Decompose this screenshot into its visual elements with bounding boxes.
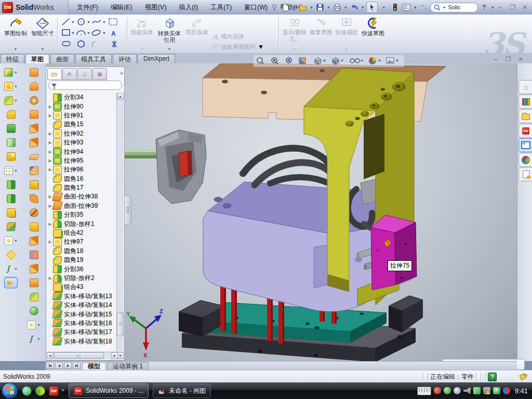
tree-item[interactable]: 实体-移动/复制14 <box>47 301 118 310</box>
linear-pattern-icon[interactable] <box>4 166 13 175</box>
tree-item[interactable]: ▶拉伸93 <box>47 138 118 147</box>
smart-dimension-button[interactable]: 智能尺寸▼ <box>30 16 55 51</box>
extruded-surface-icon[interactable] <box>30 68 38 77</box>
hole-wizard-icon[interactable] <box>7 152 16 161</box>
ribbon-tab-DimXpert[interactable]: DimXpert <box>138 54 175 64</box>
undo-dropdown-icon[interactable]: ▼ <box>361 6 365 9</box>
rapid-sketch-button[interactable]: 快速草图 <box>361 16 385 51</box>
fillet-dropdown-icon[interactable]: ▼ <box>14 99 18 102</box>
tab-featuremanager[interactable]: 🗁 <box>47 68 62 80</box>
pin-icon[interactable] <box>269 2 280 12</box>
replace-face-icon[interactable] <box>30 222 38 231</box>
swept-boss-icon[interactable] <box>7 110 16 119</box>
tray-antivirus-shield-icon[interactable] <box>434 387 441 394</box>
new-document-icon[interactable] <box>281 2 291 12</box>
move-copy-body-icon[interactable] <box>6 222 16 231</box>
dome-icon[interactable] <box>30 307 38 315</box>
open-icon[interactable] <box>298 2 308 12</box>
tree-item[interactable]: ▶切除-放样2 <box>47 274 118 283</box>
tree-item[interactable]: ▶切除-放样1 <box>47 219 118 228</box>
help-dropdown-icon[interactable]: ▼ <box>491 6 495 9</box>
tray-search-status-icon[interactable] <box>454 387 461 394</box>
doc-close-button[interactable]: ✕ <box>516 56 525 63</box>
tree-item[interactable]: 实体-移动/复制15 <box>47 310 118 318</box>
tree-horizontal-scrollbar[interactable]: ◄ ► <box>47 352 118 359</box>
tree-expander-icon[interactable]: ▶ <box>47 222 53 227</box>
boss-extrude-dropdown-icon[interactable]: ▼ <box>14 71 18 74</box>
quick-launch-solidworks-icon[interactable]: SW <box>49 386 59 396</box>
hide-show-items-icon[interactable] <box>350 59 363 63</box>
ribbon-tab-曲面[interactable]: 曲面 <box>50 54 74 64</box>
help-icon[interactable]: ? <box>479 2 489 12</box>
deform-icon[interactable] <box>6 249 16 259</box>
insert-part-dropdown-icon[interactable]: ▼ <box>14 239 18 243</box>
swept-surface-icon[interactable] <box>30 96 38 105</box>
linear-pattern-dropdown-icon[interactable]: ▼ <box>14 169 18 172</box>
tree-expander-icon[interactable]: ▶ <box>47 131 53 136</box>
tree-item[interactable]: ▶拉伸92 <box>47 129 118 138</box>
boss-extrude-icon[interactable] <box>4 68 13 77</box>
tree-item[interactable]: 实体-移动/复制18 <box>47 337 118 346</box>
taskpane-tab-view-palette[interactable] <box>518 138 532 152</box>
shell-icon[interactable] <box>7 124 16 133</box>
ruled-surface-icon[interactable] <box>30 194 38 203</box>
parting-surface-icon[interactable] <box>30 250 38 259</box>
draft-icon[interactable] <box>7 138 16 147</box>
horizontal-scroll-thumb[interactable] <box>54 352 104 359</box>
thicken-icon[interactable] <box>30 180 38 189</box>
tree-item[interactable]: 圆角19 <box>47 256 118 264</box>
tree-filter-box[interactable] <box>48 81 122 90</box>
app-close-button[interactable]: ✕ <box>521 4 529 11</box>
tree-vertical-scrollbar[interactable]: ▲ ▼ <box>116 93 124 359</box>
tree-expander-icon[interactable]: ▶ <box>47 140 53 145</box>
taskpane-tab-file-explorer[interactable] <box>518 109 532 123</box>
tray-security-shield-icon[interactable] <box>444 387 451 394</box>
fillet-icon[interactable] <box>4 96 13 105</box>
menu-item-工具T[interactable]: 工具(T) <box>204 1 238 15</box>
display-delete-relations-button[interactable]: 显示/删除几...▼ <box>282 16 308 51</box>
more-tools-icon[interactable]: ⺍.. <box>419 2 429 12</box>
new-doc-dropdown-icon[interactable]: ▼ <box>292 6 296 9</box>
taskpane-tab-solidworks-resources-home[interactable]: ⌂ <box>518 80 532 94</box>
taskpane-tab-solidworks-forum[interactable]: SW <box>518 124 532 138</box>
doc-restore-button[interactable]: ❐ <box>504 56 512 63</box>
search-input[interactable]: ▼ Solic <box>430 3 478 12</box>
tree-item[interactable]: ▶拉伸90 <box>47 102 118 111</box>
tree-tabs-overflow-icon[interactable]: » <box>120 68 123 79</box>
instant3d-icon[interactable] <box>4 277 18 288</box>
menu-item-编辑E[interactable]: 编辑(E) <box>104 1 139 15</box>
taskpane-tab-design-library[interactable] <box>518 95 532 109</box>
trim-surface-icon[interactable] <box>30 263 38 274</box>
tree-item[interactable]: 分割34 <box>47 93 118 102</box>
tree-item[interactable]: ▶曲面-拉伸39 <box>47 202 118 210</box>
cut-extrude-icon[interactable] <box>4 82 13 91</box>
taskbar-button[interactable]: SWSolidWorks 2009 - ... <box>69 383 149 398</box>
delete-face-icon[interactable] <box>30 208 38 217</box>
menu-item-视图V[interactable]: 视图(V) <box>139 1 173 15</box>
save-dropdown-icon[interactable]: ▼ <box>327 6 330 9</box>
fillet-surface-icon[interactable] <box>30 292 38 301</box>
trim-entities-button[interactable]: 剪裁实体▼ <box>130 16 154 51</box>
spline-tool-dropdown-icon[interactable]: ▼ <box>37 337 41 341</box>
tree-item[interactable]: ▶拉伸97 <box>47 237 118 246</box>
undo-icon[interactable] <box>349 2 360 12</box>
panel-splitter-handle[interactable] <box>125 195 131 224</box>
tab-propertymanager[interactable]: ✍ <box>62 68 77 80</box>
status-tag-icon[interactable] <box>518 373 528 381</box>
previous-view-icon[interactable] <box>286 58 291 63</box>
tree-item[interactable]: 组合43 <box>47 283 118 291</box>
section-view-icon[interactable] <box>299 58 305 64</box>
planar-surface-icon[interactable] <box>28 154 39 160</box>
tree-item[interactable]: 实体-移动/复制16 <box>47 319 118 328</box>
tree-expander-icon[interactable]: ▶ <box>47 104 53 109</box>
sketch-button[interactable]: 草图绘制▼ <box>3 16 28 51</box>
tree-expander-icon[interactable]: ▶ <box>47 158 53 163</box>
tree-item[interactable]: 圆角16 <box>47 175 118 183</box>
split-icon[interactable] <box>7 194 16 203</box>
lofted-surface-icon[interactable] <box>30 110 38 119</box>
rib-icon[interactable] <box>7 180 16 189</box>
scroll-left-button[interactable]: ◄ <box>47 352 54 359</box>
scroll-right-button[interactable]: ► <box>111 352 118 359</box>
ribbon-tab-评估[interactable]: 评估 <box>113 54 137 64</box>
select-tool-icon[interactable] <box>366 2 378 13</box>
